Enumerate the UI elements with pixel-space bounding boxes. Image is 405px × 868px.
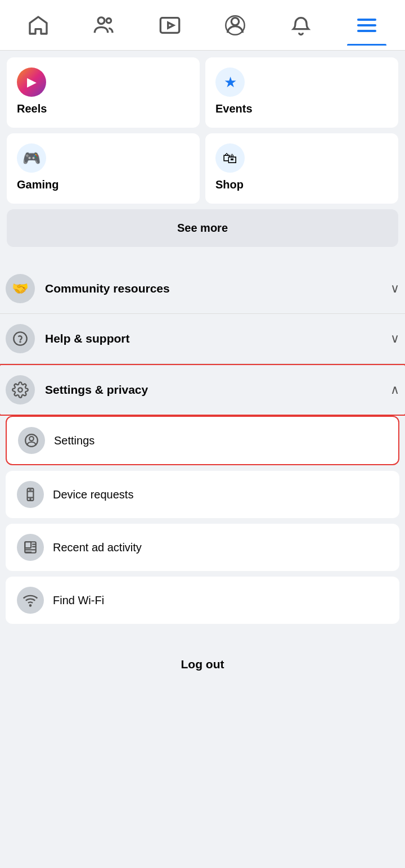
community-chevron-down-icon: ∨ [390, 281, 399, 296]
reels-icon [17, 68, 46, 97]
gaming-icon [17, 143, 46, 173]
hamburger-icon [356, 14, 378, 37]
community-resources-row[interactable]: 🤝 Community resources ∨ [0, 264, 405, 314]
nav-notifications[interactable] [281, 6, 321, 45]
home-icon [27, 14, 50, 37]
sections-container: 🤝 Community resources ∨ Help & support ∨… [0, 264, 405, 635]
profile-icon [224, 14, 246, 37]
grid-item-events[interactable]: Events [205, 57, 398, 128]
nav-menu[interactable] [347, 6, 386, 45]
ad-activity-icon [17, 534, 44, 561]
gaming-label: Gaming [17, 178, 190, 191]
svg-point-11 [18, 388, 22, 392]
settings-privacy-label: Settings & privacy [45, 383, 390, 397]
friends-icon [93, 14, 115, 37]
svg-rect-2 [160, 17, 179, 33]
settings-gear-icon [6, 375, 35, 404]
grid-item-gaming[interactable]: Gaming [7, 133, 200, 204]
settings-chevron-up-icon: ∧ [390, 383, 399, 397]
shop-label: Shop [215, 178, 388, 191]
see-more-button[interactable]: See more [7, 209, 398, 247]
settings-user-icon [18, 427, 45, 454]
help-icon [6, 324, 35, 353]
events-label: Events [215, 102, 388, 115]
recent-ad-activity-subitem[interactable]: Recent ad activity [6, 524, 399, 571]
svg-point-1 [106, 18, 111, 23]
svg-rect-20 [25, 542, 31, 548]
device-requests-label: Device requests [53, 488, 133, 501]
recent-ad-label: Recent ad activity [53, 541, 142, 554]
shortcut-grid: Reels Events Gaming Shop [7, 57, 398, 204]
svg-point-0 [98, 17, 105, 24]
svg-point-13 [29, 437, 34, 441]
logout-button[interactable]: Log out [0, 641, 405, 688]
wifi-icon [17, 587, 44, 614]
bell-icon [290, 14, 312, 37]
find-wifi-subitem[interactable]: Find Wi-Fi [6, 577, 399, 624]
device-icon [17, 481, 44, 508]
device-requests-subitem[interactable]: Device requests [6, 471, 399, 518]
find-wifi-label: Find Wi-Fi [53, 594, 104, 607]
image-lines-icon [23, 540, 38, 555]
settings-privacy-subitems: Settings Device requests [0, 416, 405, 635]
main-content: Reels Events Gaming Shop See more [0, 51, 405, 264]
question-mark-icon [12, 331, 28, 347]
gear-icon [12, 381, 29, 398]
events-icon [215, 68, 245, 97]
nav-home[interactable] [19, 6, 58, 45]
community-icon: 🤝 [6, 274, 35, 303]
nav-friends[interactable] [84, 6, 124, 45]
reels-label: Reels [17, 102, 190, 115]
svg-point-25 [30, 605, 31, 606]
wifi-signal-icon [22, 592, 38, 608]
top-navigation [0, 0, 405, 51]
grid-item-shop[interactable]: Shop [205, 133, 398, 204]
watch-icon [159, 14, 181, 37]
svg-point-17 [30, 498, 31, 500]
settings-label: Settings [54, 434, 94, 447]
settings-privacy-row[interactable]: Settings & privacy ∧ [0, 364, 405, 416]
svg-marker-3 [168, 23, 173, 28]
settings-subitem[interactable]: Settings [6, 416, 399, 465]
community-label: Community resources [45, 282, 390, 295]
nav-watch[interactable] [150, 6, 190, 45]
svg-point-10 [20, 341, 20, 342]
grid-item-reels[interactable]: Reels [7, 57, 200, 128]
user-circle-icon [24, 433, 39, 448]
nav-profile[interactable] [215, 6, 255, 45]
mobile-device-icon [23, 487, 38, 502]
help-chevron-down-icon: ∨ [390, 331, 399, 346]
svg-point-4 [232, 17, 239, 25]
svg-point-9 [14, 332, 26, 345]
help-support-row[interactable]: Help & support ∨ [0, 314, 405, 364]
help-label: Help & support [45, 332, 390, 345]
shop-icon [215, 143, 245, 173]
